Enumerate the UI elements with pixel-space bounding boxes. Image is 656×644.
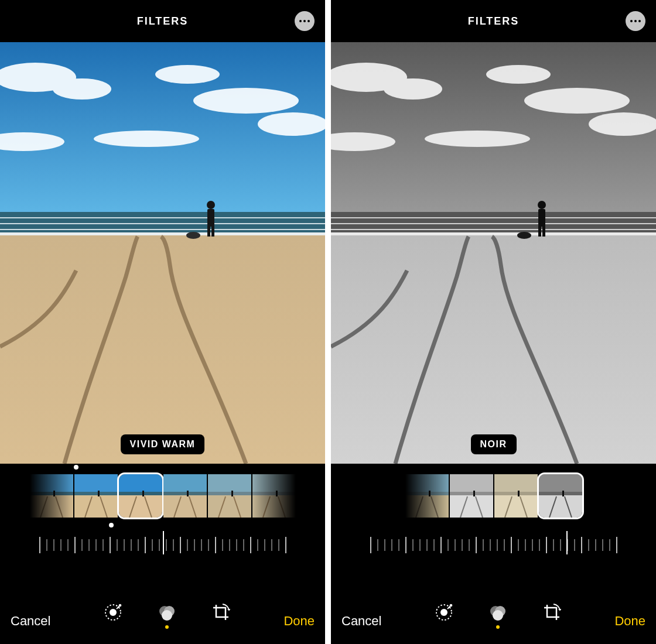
slider-anchor-dot	[109, 523, 114, 527]
more-button[interactable]	[626, 11, 645, 31]
svg-rect-23	[74, 474, 118, 492]
svg-rect-74	[450, 474, 493, 492]
svg-rect-83	[539, 492, 582, 495]
svg-rect-29	[119, 495, 162, 518]
svg-point-49	[162, 610, 172, 621]
editor-screen-noir: FILTERS	[331, 0, 656, 644]
svg-rect-64	[331, 235, 656, 464]
svg-rect-15	[207, 209, 214, 227]
svg-point-54	[524, 88, 630, 114]
svg-rect-27	[119, 474, 162, 492]
svg-rect-19	[30, 474, 73, 492]
filter-thumb[interactable]	[74, 474, 118, 518]
filter-thumb[interactable]	[208, 474, 251, 518]
crop-tool[interactable]	[210, 603, 231, 629]
svg-point-55	[486, 65, 551, 84]
svg-rect-82	[539, 474, 582, 492]
filter-thumb[interactable]	[450, 474, 493, 518]
svg-point-7	[94, 131, 199, 147]
adjust-tool[interactable]	[102, 603, 124, 629]
more-button[interactable]	[295, 11, 315, 31]
adjust-icon	[104, 603, 122, 622]
crop-icon	[542, 603, 561, 622]
svg-point-3	[193, 88, 299, 114]
svg-point-89	[450, 604, 453, 607]
filter-thumbs	[331, 464, 656, 528]
svg-rect-41	[252, 495, 296, 518]
filter-thumb-selected[interactable]	[539, 474, 582, 518]
crop-icon	[211, 603, 230, 622]
svg-rect-73	[429, 491, 430, 496]
svg-rect-38	[231, 491, 233, 496]
svg-point-18	[186, 232, 200, 239]
filter-thumb-selected[interactable]	[119, 474, 162, 518]
svg-rect-70	[405, 474, 449, 492]
svg-point-58	[425, 131, 530, 147]
filter-thumbs	[0, 464, 325, 528]
active-tool-dot	[496, 625, 500, 629]
adjust-tool[interactable]	[433, 603, 455, 629]
svg-rect-80	[494, 495, 538, 518]
svg-point-44	[110, 609, 117, 616]
svg-rect-71	[405, 492, 449, 495]
svg-rect-36	[208, 492, 251, 495]
slider-cursor[interactable]	[566, 531, 568, 554]
photo-preview[interactable]: VIVID WARM	[0, 42, 325, 464]
intensity-slider-row	[0, 528, 325, 562]
svg-rect-34	[187, 491, 189, 496]
intensity-slider-row	[331, 528, 656, 562]
svg-rect-16	[207, 226, 210, 237]
svg-point-87	[440, 609, 447, 616]
filters-tool[interactable]	[487, 603, 508, 629]
svg-rect-31	[163, 474, 207, 492]
beach-photo-bw	[331, 42, 656, 464]
active-tool-dot	[165, 625, 169, 629]
svg-rect-33	[163, 495, 207, 518]
filter-thumb[interactable]	[494, 474, 538, 518]
svg-point-53	[384, 78, 442, 100]
photo-preview[interactable]: NOIR	[331, 42, 656, 464]
top-bar: FILTERS	[0, 0, 325, 42]
done-button[interactable]: Done	[283, 614, 315, 629]
svg-rect-68	[542, 226, 545, 237]
tool-row	[433, 603, 562, 629]
slider-cursor[interactable]	[163, 531, 164, 554]
filter-name-label: VIVID WARM	[121, 434, 205, 454]
svg-rect-35	[208, 474, 251, 492]
editor-screen-vivid: FILTERS	[0, 0, 325, 644]
svg-rect-72	[405, 495, 449, 518]
intensity-slider[interactable]	[371, 533, 617, 557]
ellipsis-icon	[299, 20, 302, 22]
svg-point-56	[589, 112, 656, 136]
tool-row	[102, 603, 231, 629]
svg-point-2	[53, 78, 111, 100]
svg-rect-25	[74, 495, 118, 518]
filter-thumb[interactable]	[252, 474, 296, 518]
filter-thumb[interactable]	[30, 474, 73, 518]
intensity-slider[interactable]	[40, 533, 286, 557]
filter-thumb[interactable]	[163, 474, 207, 518]
svg-rect-21	[30, 495, 73, 518]
svg-rect-78	[494, 474, 538, 492]
crop-tool[interactable]	[541, 603, 562, 629]
done-button[interactable]: Done	[614, 614, 645, 629]
svg-rect-20	[30, 492, 73, 495]
svg-rect-85	[562, 491, 564, 496]
svg-rect-84	[539, 495, 582, 518]
filter-thumb[interactable]	[405, 474, 449, 518]
cancel-button[interactable]: Cancel	[11, 614, 50, 629]
svg-point-46	[119, 604, 122, 607]
filters-tool[interactable]	[156, 603, 177, 629]
bottom-bar: Cancel	[0, 562, 325, 644]
adjust-icon	[435, 603, 453, 622]
svg-point-14	[207, 201, 215, 209]
origin-indicator-dot	[74, 465, 78, 470]
svg-rect-79	[494, 492, 538, 495]
svg-rect-26	[98, 491, 100, 496]
cancel-button[interactable]: Cancel	[341, 614, 381, 629]
filters-icon	[158, 603, 176, 622]
screen-title: FILTERS	[468, 15, 520, 28]
filters-icon	[488, 603, 507, 622]
svg-rect-76	[450, 495, 493, 518]
svg-rect-13	[0, 235, 325, 464]
